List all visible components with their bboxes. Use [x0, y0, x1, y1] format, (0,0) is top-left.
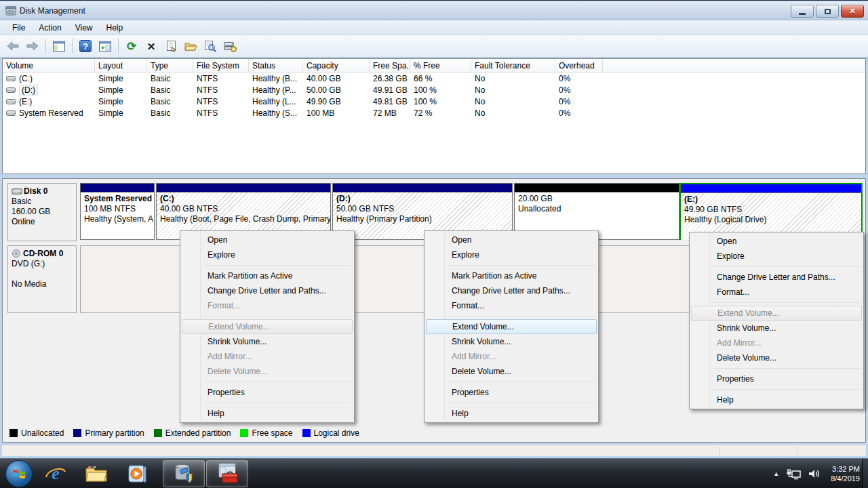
- menu-help[interactable]: Help: [100, 22, 130, 34]
- col-volume[interactable]: Volume: [3, 59, 95, 72]
- menu-item-open[interactable]: Open: [425, 232, 598, 247]
- menu-item-shrink-volume[interactable]: Shrink Volume...: [180, 334, 354, 349]
- minimize-button[interactable]: [791, 5, 814, 18]
- show-console-button[interactable]: [96, 37, 114, 55]
- extended-partition-swatch: [154, 429, 162, 437]
- table-row[interactable]: (E:) Simple Basic NTFS Healthy (L... 49.…: [3, 96, 865, 107]
- menu-item-open[interactable]: Open: [180, 232, 354, 247]
- menu-separator: [203, 403, 351, 403]
- menu-item-properties[interactable]: Properties: [425, 385, 598, 400]
- col-pct-free[interactable]: % Free: [410, 59, 471, 72]
- taskbar-button-disk-utility[interactable]: [163, 460, 205, 487]
- cell-status: Healthy (L...: [249, 97, 303, 106]
- menu-item-help[interactable]: Help: [425, 406, 598, 421]
- partition-status: Unallocated: [518, 204, 679, 214]
- menu-item-extend-volume[interactable]: Extend Volume...: [426, 319, 597, 334]
- menu-item-delete-volume[interactable]: Delete Volume...: [425, 364, 598, 379]
- cell-capacity: 40.00 GB: [303, 74, 370, 83]
- menu-item-mark-active[interactable]: Mark Partition as Active: [180, 268, 354, 283]
- clock[interactable]: 3:32 PM 8/4/2019: [828, 464, 860, 483]
- menu-item-shrink-volume[interactable]: Shrink Volume...: [425, 334, 598, 349]
- menu-separator: [203, 265, 351, 266]
- cell-status: Healthy (B...: [249, 74, 303, 83]
- menu-file[interactable]: File: [5, 22, 32, 34]
- close-button[interactable]: ✕: [841, 5, 864, 18]
- legend-label: Free space: [252, 428, 292, 438]
- menu-item-change-letter[interactable]: Change Drive Letter and Paths...: [425, 283, 598, 298]
- table-row[interactable]: (D:) Simple Basic NTFS Healthy (P... 50.…: [3, 84, 865, 96]
- cell-free: 26.38 GB: [370, 74, 410, 83]
- disk0-label[interactable]: Disk 0 Basic 160.00 GB Online: [7, 183, 77, 241]
- menu-item-properties[interactable]: Properties: [180, 385, 354, 400]
- menu-view[interactable]: View: [68, 22, 100, 34]
- network-icon[interactable]: [786, 468, 801, 480]
- disk0-type: Basic: [12, 197, 74, 207]
- cell-status: Healthy (S...: [249, 108, 303, 118]
- menu-item-format[interactable]: Format...: [425, 298, 598, 313]
- cell-layout: Simple: [95, 108, 147, 118]
- minimize-icon: [799, 13, 806, 15]
- menu-item-mark-active[interactable]: Mark Partition as Active: [425, 268, 598, 283]
- menu-item-shrink-volume[interactable]: Shrink Volume...: [690, 321, 863, 336]
- show-desktop-button[interactable]: [862, 459, 868, 488]
- col-fault-tolerance[interactable]: Fault Tolerance: [471, 59, 555, 72]
- find-button[interactable]: [201, 37, 219, 55]
- table-row[interactable]: (C:) Simple Basic NTFS Healthy (B... 40.…: [3, 73, 865, 84]
- menu-item-format[interactable]: Format...: [690, 285, 863, 300]
- col-layout[interactable]: Layout: [95, 59, 147, 72]
- windows-explorer-icon[interactable]: [83, 462, 110, 486]
- cell-fault: No: [471, 97, 555, 106]
- menu-item-delete-volume[interactable]: Delete Volume...: [690, 350, 863, 365]
- menubar: File Action View Help: [0, 20, 868, 35]
- app-icon: [5, 5, 16, 16]
- start-button[interactable]: [5, 460, 33, 487]
- properties-button[interactable]: [162, 37, 180, 55]
- back-button[interactable]: [4, 37, 22, 55]
- col-status[interactable]: Status: [249, 59, 303, 72]
- maximize-button[interactable]: [816, 5, 839, 18]
- menu-item-explore[interactable]: Explore: [690, 249, 863, 264]
- manage-disk-button[interactable]: [221, 37, 239, 55]
- col-free-space[interactable]: Free Spa...: [370, 59, 410, 72]
- col-file-system[interactable]: File System: [193, 59, 249, 72]
- cell-fs: NTFS: [193, 85, 249, 95]
- menu-item-add-mirror: Add Mirror...: [180, 349, 354, 364]
- cell-layout: Simple: [95, 97, 147, 106]
- clock-date: 8/4/2019: [831, 474, 860, 483]
- menu-item-delete-volume: Delete Volume...: [180, 364, 354, 379]
- volume-list: Volume Layout Type File System Status Ca…: [2, 58, 866, 174]
- partition-system-reserved[interactable]: System Reserved 100 MB NTFS Healthy (Sys…: [80, 183, 155, 240]
- col-overhead[interactable]: Overhead: [555, 59, 603, 72]
- media-player-icon[interactable]: [123, 462, 151, 486]
- col-capacity[interactable]: Capacity: [303, 59, 370, 72]
- cell-capacity: 49.90 GB: [303, 97, 370, 106]
- open-folder-button[interactable]: [182, 37, 199, 55]
- menu-item-open[interactable]: Open: [690, 234, 863, 249]
- internet-explorer-icon[interactable]: e: [42, 462, 69, 486]
- refresh-button[interactable]: ⟳: [123, 37, 140, 55]
- cell-capacity: 100 MB: [303, 108, 370, 118]
- menu-action[interactable]: Action: [32, 22, 68, 34]
- cdrom-label[interactable]: CD-ROM 0 DVD (G:) No Media: [7, 245, 77, 313]
- col-type[interactable]: Type: [147, 59, 193, 72]
- menu-item-change-letter[interactable]: Change Drive Letter and Paths...: [180, 283, 354, 298]
- hidden-icons-arrow[interactable]: ▲: [773, 470, 779, 477]
- menu-item-properties[interactable]: Properties: [690, 371, 863, 386]
- menu-item-explore[interactable]: Explore: [425, 247, 598, 262]
- delete-icon: ✕: [147, 41, 156, 52]
- delete-button[interactable]: ✕: [142, 37, 160, 55]
- help-button[interactable]: ?: [77, 37, 94, 55]
- table-row[interactable]: System Reserved Simple Basic NTFS Health…: [3, 107, 865, 119]
- forward-button[interactable]: [24, 37, 41, 55]
- menu-item-help[interactable]: Help: [690, 392, 863, 407]
- menu-item-change-letter[interactable]: Change Drive Letter and Paths...: [690, 270, 863, 285]
- volume-icon[interactable]: [808, 468, 821, 480]
- manage-disk-icon: [224, 41, 237, 52]
- console-tree-button[interactable]: [50, 37, 68, 55]
- menu-item-explore[interactable]: Explore: [180, 247, 354, 262]
- taskbar-button-mmc-console[interactable]: [206, 460, 248, 487]
- cell-type: Basic: [147, 97, 193, 106]
- titlebar[interactable]: Disk Management ✕: [0, 1, 868, 20]
- menu-item-help[interactable]: Help: [180, 406, 354, 421]
- clock-time: 3:32 PM: [831, 464, 860, 474]
